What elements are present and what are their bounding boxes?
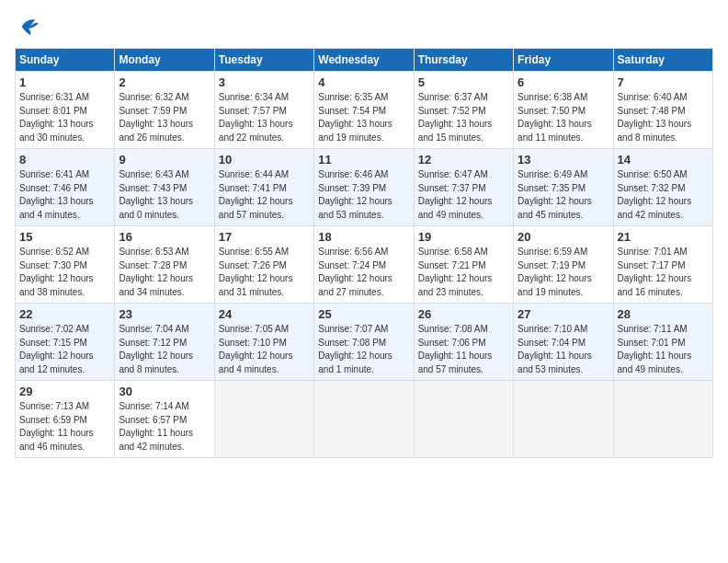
calendar-week-row: 1Sunrise: 6:31 AM Sunset: 8:01 PM Daylig…	[16, 72, 713, 149]
day-number: 11	[318, 153, 409, 167]
day-info: Sunrise: 7:11 AM Sunset: 7:01 PM Dayligh…	[618, 323, 709, 376]
calendar-week-row: 29Sunrise: 7:13 AM Sunset: 6:59 PM Dayli…	[16, 381, 713, 458]
day-info: Sunrise: 7:08 AM Sunset: 7:06 PM Dayligh…	[418, 323, 509, 376]
col-header-saturday: Saturday	[613, 49, 712, 72]
calendar-cell: 11Sunrise: 6:46 AM Sunset: 7:39 PM Dayli…	[314, 149, 414, 226]
day-number: 13	[518, 153, 609, 167]
day-number: 12	[418, 153, 509, 167]
calendar-cell: 6Sunrise: 6:38 AM Sunset: 7:50 PM Daylig…	[514, 72, 613, 149]
day-info: Sunrise: 7:01 AM Sunset: 7:17 PM Dayligh…	[618, 246, 709, 299]
day-info: Sunrise: 6:40 AM Sunset: 7:48 PM Dayligh…	[618, 91, 709, 144]
day-number: 23	[119, 307, 210, 321]
logo-icon	[15, 15, 40, 37]
day-number: 19	[418, 230, 509, 244]
calendar-cell	[314, 381, 414, 458]
day-number: 6	[518, 75, 609, 89]
calendar-cell: 22Sunrise: 7:02 AM Sunset: 7:15 PM Dayli…	[16, 304, 115, 381]
calendar-cell: 25Sunrise: 7:07 AM Sunset: 7:08 PM Dayli…	[314, 304, 414, 381]
logo	[15, 15, 44, 37]
day-info: Sunrise: 7:10 AM Sunset: 7:04 PM Dayligh…	[518, 323, 609, 376]
day-number: 24	[219, 307, 310, 321]
day-number: 5	[418, 75, 509, 89]
day-number: 26	[418, 307, 509, 321]
day-number: 17	[219, 230, 310, 244]
day-number: 27	[518, 307, 609, 321]
calendar-cell: 17Sunrise: 6:55 AM Sunset: 7:26 PM Dayli…	[214, 226, 313, 304]
calendar-table: SundayMondayTuesdayWednesdayThursdayFrid…	[15, 48, 713, 458]
calendar-cell: 10Sunrise: 6:44 AM Sunset: 7:41 PM Dayli…	[214, 149, 313, 226]
day-info: Sunrise: 6:49 AM Sunset: 7:35 PM Dayligh…	[518, 168, 609, 222]
calendar-cell: 8Sunrise: 6:41 AM Sunset: 7:46 PM Daylig…	[16, 149, 115, 226]
day-number: 22	[19, 307, 110, 321]
day-info: Sunrise: 6:47 AM Sunset: 7:37 PM Dayligh…	[418, 168, 509, 222]
col-header-tuesday: Tuesday	[214, 49, 313, 72]
day-number: 25	[318, 307, 409, 321]
day-number: 28	[618, 307, 709, 321]
day-info: Sunrise: 7:07 AM Sunset: 7:08 PM Dayligh…	[318, 323, 409, 376]
calendar-cell: 13Sunrise: 6:49 AM Sunset: 7:35 PM Dayli…	[514, 149, 613, 226]
day-info: Sunrise: 6:53 AM Sunset: 7:28 PM Dayligh…	[119, 246, 210, 299]
calendar-cell	[613, 381, 712, 458]
calendar-cell	[414, 381, 513, 458]
col-header-wednesday: Wednesday	[314, 49, 414, 72]
day-number: 8	[19, 153, 110, 167]
day-info: Sunrise: 6:55 AM Sunset: 7:26 PM Dayligh…	[219, 246, 310, 299]
calendar-cell: 24Sunrise: 7:05 AM Sunset: 7:10 PM Dayli…	[214, 304, 313, 381]
day-number: 10	[219, 153, 310, 167]
calendar-cell: 9Sunrise: 6:43 AM Sunset: 7:43 PM Daylig…	[115, 149, 214, 226]
calendar-cell: 26Sunrise: 7:08 AM Sunset: 7:06 PM Dayli…	[414, 304, 513, 381]
calendar-cell: 12Sunrise: 6:47 AM Sunset: 7:37 PM Dayli…	[414, 149, 513, 226]
day-info: Sunrise: 6:43 AM Sunset: 7:43 PM Dayligh…	[119, 168, 210, 222]
calendar-header-row: SundayMondayTuesdayWednesdayThursdayFrid…	[16, 49, 713, 72]
calendar-cell: 18Sunrise: 6:56 AM Sunset: 7:24 PM Dayli…	[314, 226, 414, 304]
day-number: 18	[318, 230, 409, 244]
day-info: Sunrise: 6:52 AM Sunset: 7:30 PM Dayligh…	[19, 246, 110, 299]
calendar-cell: 30Sunrise: 7:14 AM Sunset: 6:57 PM Dayli…	[115, 381, 214, 458]
day-info: Sunrise: 6:41 AM Sunset: 7:46 PM Dayligh…	[19, 168, 110, 222]
page-header	[15, 15, 713, 37]
day-info: Sunrise: 6:44 AM Sunset: 7:41 PM Dayligh…	[219, 168, 310, 222]
col-header-sunday: Sunday	[16, 49, 115, 72]
day-number: 21	[618, 230, 709, 244]
day-number: 1	[19, 75, 110, 89]
col-header-thursday: Thursday	[414, 49, 513, 72]
calendar-cell	[514, 381, 613, 458]
day-info: Sunrise: 7:02 AM Sunset: 7:15 PM Dayligh…	[19, 323, 110, 376]
calendar-cell: 3Sunrise: 6:34 AM Sunset: 7:57 PM Daylig…	[214, 72, 313, 149]
day-info: Sunrise: 7:13 AM Sunset: 6:59 PM Dayligh…	[19, 400, 110, 454]
day-info: Sunrise: 6:46 AM Sunset: 7:39 PM Dayligh…	[318, 168, 409, 222]
calendar-cell: 2Sunrise: 6:32 AM Sunset: 7:59 PM Daylig…	[115, 72, 214, 149]
day-info: Sunrise: 6:34 AM Sunset: 7:57 PM Dayligh…	[219, 91, 310, 144]
day-number: 4	[318, 75, 409, 89]
col-header-friday: Friday	[514, 49, 613, 72]
day-info: Sunrise: 6:37 AM Sunset: 7:52 PM Dayligh…	[418, 91, 509, 144]
day-number: 30	[119, 385, 210, 398]
day-number: 2	[119, 75, 210, 89]
day-info: Sunrise: 6:38 AM Sunset: 7:50 PM Dayligh…	[518, 91, 609, 144]
day-info: Sunrise: 6:58 AM Sunset: 7:21 PM Dayligh…	[418, 246, 509, 299]
calendar-cell: 21Sunrise: 7:01 AM Sunset: 7:17 PM Dayli…	[613, 226, 712, 304]
day-info: Sunrise: 6:56 AM Sunset: 7:24 PM Dayligh…	[318, 246, 409, 299]
day-number: 29	[19, 385, 110, 398]
calendar-cell: 7Sunrise: 6:40 AM Sunset: 7:48 PM Daylig…	[613, 72, 712, 149]
calendar-week-row: 22Sunrise: 7:02 AM Sunset: 7:15 PM Dayli…	[16, 304, 713, 381]
day-info: Sunrise: 7:05 AM Sunset: 7:10 PM Dayligh…	[219, 323, 310, 376]
calendar-cell: 27Sunrise: 7:10 AM Sunset: 7:04 PM Dayli…	[514, 304, 613, 381]
day-number: 20	[518, 230, 609, 244]
calendar-cell: 14Sunrise: 6:50 AM Sunset: 7:32 PM Dayli…	[613, 149, 712, 226]
calendar-cell: 5Sunrise: 6:37 AM Sunset: 7:52 PM Daylig…	[414, 72, 513, 149]
calendar-cell: 29Sunrise: 7:13 AM Sunset: 6:59 PM Dayli…	[16, 381, 115, 458]
calendar-cell: 16Sunrise: 6:53 AM Sunset: 7:28 PM Dayli…	[115, 226, 214, 304]
day-info: Sunrise: 6:32 AM Sunset: 7:59 PM Dayligh…	[119, 91, 210, 144]
calendar-cell: 1Sunrise: 6:31 AM Sunset: 8:01 PM Daylig…	[16, 72, 115, 149]
day-info: Sunrise: 6:59 AM Sunset: 7:19 PM Dayligh…	[518, 246, 609, 299]
day-number: 9	[119, 153, 210, 167]
calendar-cell: 4Sunrise: 6:35 AM Sunset: 7:54 PM Daylig…	[314, 72, 414, 149]
calendar-cell: 20Sunrise: 6:59 AM Sunset: 7:19 PM Dayli…	[514, 226, 613, 304]
day-number: 14	[618, 153, 709, 167]
day-number: 3	[219, 75, 310, 89]
day-info: Sunrise: 7:14 AM Sunset: 6:57 PM Dayligh…	[119, 400, 210, 454]
day-info: Sunrise: 6:31 AM Sunset: 8:01 PM Dayligh…	[19, 91, 110, 144]
calendar-week-row: 15Sunrise: 6:52 AM Sunset: 7:30 PM Dayli…	[16, 226, 713, 304]
day-info: Sunrise: 6:50 AM Sunset: 7:32 PM Dayligh…	[618, 168, 709, 222]
